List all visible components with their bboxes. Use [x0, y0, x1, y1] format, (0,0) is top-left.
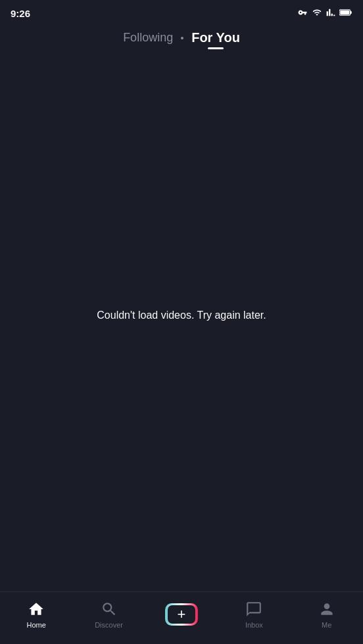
nav-item-me[interactable]: Me	[307, 600, 347, 629]
status-time: 9:26	[11, 8, 30, 19]
foryou-tab[interactable]: For You	[191, 30, 240, 45]
nav-label-home: Home	[27, 621, 46, 629]
key-icon	[297, 8, 308, 19]
home-icon	[27, 600, 45, 618]
battery-icon	[339, 8, 352, 19]
nav-label-me: Me	[322, 621, 331, 629]
nav-label-inbox: Inbox	[245, 621, 263, 629]
wifi-icon	[312, 8, 322, 19]
nav-label-discover: Discover	[95, 621, 123, 629]
add-button[interactable]	[165, 603, 198, 626]
nav-item-discover[interactable]: Discover	[89, 600, 129, 629]
discover-icon	[100, 600, 118, 618]
error-message: Couldn't load videos. Try again later.	[97, 310, 266, 321]
status-icons	[297, 8, 352, 19]
bottom-nav: Home Discover Inbox Me	[0, 591, 363, 644]
nav-item-home[interactable]: Home	[16, 600, 56, 629]
header: Following For You	[0, 24, 363, 55]
nav-item-add[interactable]	[162, 603, 201, 626]
add-button-inner	[168, 605, 195, 624]
svg-rect-1	[351, 11, 352, 13]
profile-icon	[318, 600, 336, 618]
following-tab[interactable]: Following	[123, 31, 173, 45]
svg-rect-2	[340, 11, 349, 14]
nav-item-inbox[interactable]: Inbox	[234, 600, 274, 629]
signal-icon	[326, 8, 335, 19]
header-separator	[181, 37, 183, 39]
status-bar: 9:26	[0, 0, 363, 24]
main-content: Couldn't load videos. Try again later.	[0, 55, 363, 576]
inbox-icon	[245, 600, 263, 618]
